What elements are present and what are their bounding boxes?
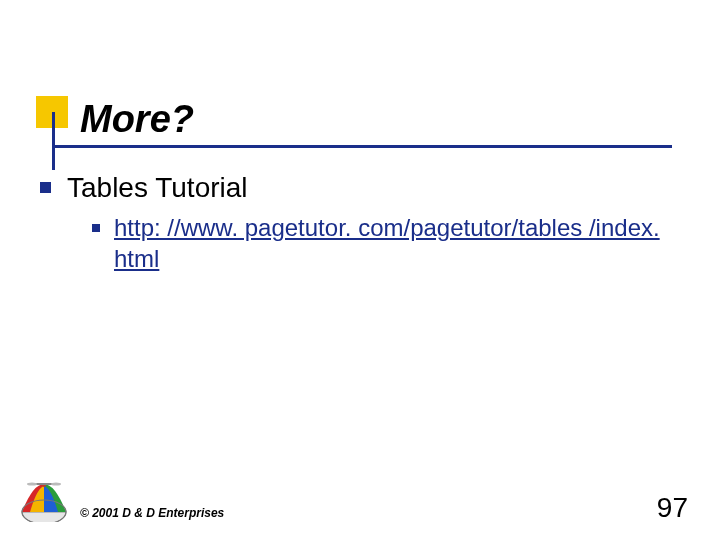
tutorial-link[interactable]: http: //www. pagetutor. com/pagetutor/ta… [114, 213, 674, 274]
bullet-level1-text: Tables Tutorial [67, 170, 248, 205]
svg-point-5 [51, 483, 61, 486]
slide-container: More? Tables Tutorial http: //www. paget… [0, 0, 720, 540]
slide-body: Tables Tutorial http: //www. pagetutor. … [40, 170, 680, 274]
propeller-beanie-icon [18, 482, 70, 522]
copyright-text: © 2001 D & D Enterprises [80, 506, 224, 520]
bullet-level1: Tables Tutorial [40, 170, 680, 205]
title-vertical-line [52, 112, 55, 170]
title-underline [52, 145, 672, 148]
square-bullet-icon [40, 182, 51, 193]
bullet-level2: http: //www. pagetutor. com/pagetutor/ta… [92, 213, 680, 274]
svg-point-4 [27, 483, 37, 486]
square-bullet-icon [92, 224, 100, 232]
slide-title: More? [80, 98, 194, 141]
page-number: 97 [657, 492, 688, 524]
